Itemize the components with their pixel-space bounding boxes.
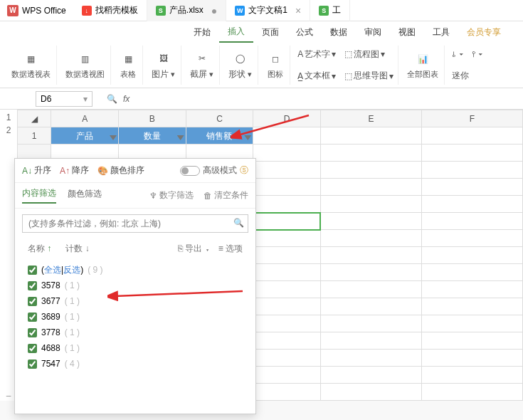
filter-arrow-icon[interactable] — [244, 135, 251, 142]
ribbon-tab-formula[interactable]: 公式 — [287, 21, 322, 43]
filter-arrow-icon[interactable] — [110, 135, 117, 142]
checkbox[interactable] — [28, 313, 37, 322]
advanced-mode-toggle[interactable]: 高级模式ⓢ — [180, 164, 248, 177]
filter-search-input[interactable] — [22, 214, 248, 233]
tab-label: 工 — [332, 4, 341, 16]
sparkline-button[interactable]: ⫰ ▾ — [452, 49, 463, 59]
options-button[interactable]: ≡ 选项 — [218, 243, 243, 255]
ribbon-tab-vip[interactable]: 会员专享 — [458, 21, 509, 43]
cell[interactable] — [253, 127, 321, 145]
color-filter-tab[interactable]: 颜色筛选 — [68, 188, 102, 203]
col-header-d[interactable]: D — [253, 110, 321, 127]
chart-icon: 📊 — [414, 51, 431, 68]
filter-arrow-icon[interactable] — [177, 135, 184, 142]
doc-icon: W — [235, 6, 245, 16]
col-header-a[interactable]: A — [51, 110, 119, 127]
sort-desc-button[interactable]: A↑降序 — [60, 164, 89, 177]
tab-label: 产品.xlsx — [169, 4, 204, 16]
tab-document[interactable]: W 文字文稿1 × — [226, 0, 310, 21]
clear-filter-button[interactable]: 🗑 清空条件 — [204, 189, 248, 201]
col-header-b[interactable]: B — [118, 110, 186, 127]
ribbon-tab-view[interactable]: 视图 — [390, 21, 424, 43]
wps-logo-icon: W — [7, 5, 19, 16]
picture-button[interactable]: 🖼 图片 ▾ — [146, 46, 181, 85]
filter-item[interactable]: 3677( 1 ) — [28, 293, 243, 309]
name-column[interactable]: 名称 ↑ — [28, 243, 51, 255]
export-button[interactable]: ⎘ 导出 ▾ — [178, 243, 210, 255]
search-icon[interactable]: 🔍 — [107, 94, 117, 104]
checkbox[interactable] — [28, 328, 37, 337]
screenshot-button[interactable]: ✂ 截屏 ▾ — [184, 46, 220, 85]
checkbox[interactable] — [28, 344, 37, 353]
filter-item[interactable]: 3689( 1 ) — [28, 309, 243, 325]
tab-templates[interactable]: ↓ 找稻壳模板 — [73, 0, 147, 21]
filter-item[interactable]: 3578( 1 ) — [28, 278, 243, 293]
col-header-c[interactable]: C — [186, 110, 253, 127]
tab-other[interactable]: S 工 — [310, 0, 350, 21]
tab-spreadsheet[interactable]: S 产品.xlsx ● — [147, 0, 226, 21]
icon-button[interactable]: ◻ 图标 — [261, 46, 290, 85]
ribbon-tab-insert[interactable]: 插入 — [219, 21, 253, 43]
search-icon[interactable]: 🔍 — [233, 218, 244, 228]
checkbox[interactable] — [28, 297, 37, 306]
header-cell-sales[interactable]: 销售额 — [186, 127, 253, 145]
pivot-chart-button[interactable]: ▥ 数据透视图 — [60, 46, 111, 85]
header-cell-product[interactable]: 产品 — [51, 127, 119, 145]
shape-button[interactable]: ◯ 形状 ▾ — [223, 46, 258, 85]
collapse-icon[interactable]: – — [6, 391, 11, 401]
ribbon-tab-page[interactable]: 页面 — [253, 21, 287, 43]
side-label[interactable]: 2 — [6, 125, 11, 135]
ribbon-tab-review[interactable]: 审阅 — [356, 21, 390, 43]
close-icon[interactable]: × — [295, 5, 301, 16]
textbox-button[interactable]: A̲ 文本框 ▾ — [297, 70, 336, 82]
filter-search: 🔍 — [15, 209, 255, 238]
table-button[interactable]: ▦ 表格 — [114, 46, 143, 85]
checkbox[interactable] — [28, 266, 37, 275]
sparkline2-button[interactable]: ⫯ ▾ — [472, 49, 482, 59]
ribbon-tab-data[interactable]: 数据 — [322, 21, 356, 43]
funnel-icon: ♆ — [149, 191, 157, 201]
sort-asc-button[interactable]: A↓升序 — [22, 164, 51, 177]
filter-popup: A↓升序 A↑降序 🎨颜色排序 高级模式ⓢ 内容筛选 颜色筛选 ♆ 数字筛选 🗑… — [14, 158, 256, 414]
select-all-link[interactable]: 全选 — [44, 265, 61, 275]
select-all-row[interactable]: (全选|反选) ( 9 ) — [28, 262, 243, 278]
color-sort-button[interactable]: 🎨颜色排序 — [97, 164, 144, 177]
count-column[interactable]: 计数 ↓ — [65, 243, 89, 255]
formula-bar: D6 ▾ 🔍 fx — [0, 88, 523, 110]
ribbon-tab-start[interactable]: 开始 — [185, 21, 219, 43]
chevron-down-icon: ▾ — [83, 94, 88, 104]
name-box[interactable]: D6 ▾ — [36, 91, 93, 107]
select-all-corner[interactable]: ◢ — [18, 110, 51, 127]
flowchart-button[interactable]: ⬚ 流程图 ▾ — [344, 48, 385, 61]
header-cell-qty[interactable]: 数量 — [118, 127, 186, 145]
all-charts-button[interactable]: 📊 全部图表 — [401, 46, 445, 85]
sheet-icon: S — [156, 6, 166, 16]
sheet-icon: S — [319, 6, 329, 16]
invert-link[interactable]: 反选 — [63, 265, 80, 275]
mindmap-button[interactable]: ⬚ 思维导图 ▾ — [344, 70, 393, 82]
checkbox[interactable] — [28, 281, 37, 290]
content-filter-tab[interactable]: 内容筛选 — [22, 187, 56, 204]
number-filter-button[interactable]: ♆ 数字筛选 — [149, 189, 194, 201]
fx-label[interactable]: fx — [123, 94, 130, 104]
shapes-icon: ◯ — [232, 50, 249, 67]
pivot-table-button[interactable]: ▦ 数据透视表 — [6, 46, 57, 85]
close-icon[interactable]: ● — [211, 5, 217, 16]
active-cell[interactable] — [253, 213, 321, 230]
checkbox[interactable] — [28, 359, 37, 369]
col-header-f[interactable]: F — [421, 110, 522, 127]
row-header-1[interactable]: 1 — [18, 127, 51, 145]
wordart-button[interactable]: A 艺术字 ▾ — [297, 48, 336, 61]
side-label[interactable]: 1 — [6, 112, 11, 122]
filter-item[interactable]: 7547( 4 ) — [28, 356, 243, 372]
chevron-down-icon: ↓ — [85, 243, 90, 253]
table-icon: ▦ — [120, 51, 137, 68]
col-header-e[interactable]: E — [320, 110, 421, 127]
brand-label: WPS Office — [22, 6, 66, 16]
ribbon-tab-tools[interactable]: 工具 — [424, 21, 458, 43]
cell[interactable] — [320, 127, 421, 145]
filter-item[interactable]: 3778( 1 ) — [28, 325, 243, 340]
cell[interactable] — [421, 127, 522, 145]
filter-item[interactable]: 4688( 1 ) — [28, 340, 243, 356]
filter-list: (全选|反选) ( 9 ) 3578( 1 ) 3677( 1 ) 3689( … — [15, 259, 255, 414]
